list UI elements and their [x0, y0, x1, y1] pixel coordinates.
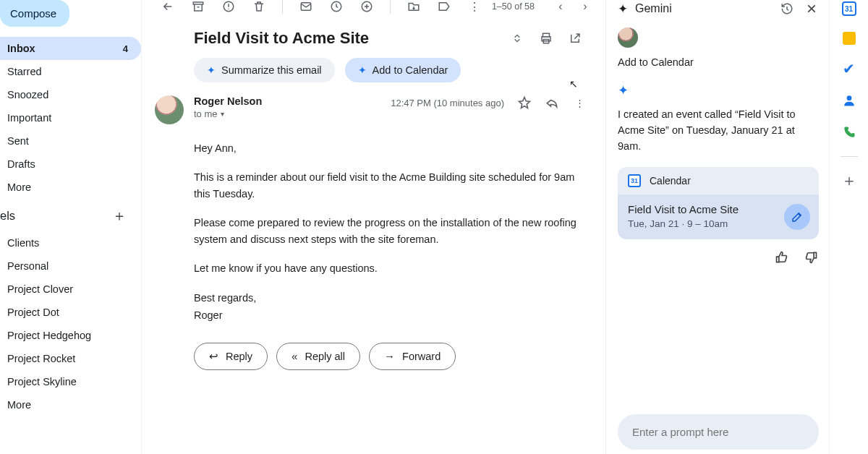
forward-arrow-icon: →	[384, 350, 395, 362]
archive-icon[interactable]	[191, 0, 205, 14]
reply-label: Reply	[226, 351, 252, 362]
nav-inbox[interactable]: Inbox 4	[0, 37, 141, 60]
calendar-event-title: Field Visit to Acme Site	[628, 203, 809, 215]
compose-label: Compose	[10, 7, 56, 20]
rail-addons-icon[interactable]: ＋	[841, 173, 857, 189]
calendar-mini-icon: 31	[628, 174, 641, 187]
nav-snoozed[interactable]: Snoozed	[0, 83, 141, 106]
message-timestamp: 12:47 PM (10 minutes ago)	[391, 98, 504, 108]
label-clients[interactable]: Clients	[0, 231, 141, 254]
reply-button[interactable]: ↩ Reply	[194, 343, 268, 370]
nav-starred[interactable]: Starred	[0, 60, 141, 83]
rail-keep-icon[interactable]	[843, 32, 856, 45]
prev-page-icon[interactable]: ‹	[553, 0, 568, 14]
right-app-rail: 31 ✔ ＋	[829, 0, 868, 454]
pagination-range: 1–50 of 58	[492, 1, 535, 12]
open-new-window-icon[interactable]	[568, 31, 582, 46]
label-project-rocket[interactable]: Project Rocket	[0, 347, 141, 370]
nav-drafts[interactable]: Drafts	[0, 153, 141, 176]
gemini-response-icon: ✦	[618, 82, 819, 98]
email-pane: ⋮ 1–50 of 58 ‹ › Field Visit to Acme Sit…	[141, 0, 605, 454]
recipient-dropdown-icon[interactable]: ▾	[221, 110, 224, 118]
label-clients-text: Clients	[7, 237, 39, 249]
calendar-edit-button[interactable]	[784, 204, 810, 230]
thumbs-up-icon[interactable]	[774, 249, 790, 265]
reply-all-label: Reply all	[305, 351, 345, 362]
label-personal[interactable]: Personal	[0, 254, 141, 278]
nav-more[interactable]: More	[0, 176, 141, 199]
label-more[interactable]: More	[0, 393, 141, 416]
labels-header-text: els	[0, 209, 15, 223]
expand-collapse-icon[interactable]	[510, 31, 524, 46]
gemini-user-avatar	[618, 27, 638, 48]
add-task-icon[interactable]	[359, 0, 374, 14]
thumbs-down-icon[interactable]	[803, 249, 819, 265]
left-sidebar: Compose Inbox 4 Starred Snoozed Importan…	[0, 0, 141, 454]
label-project-hedgehog-text: Project Hedgehog	[7, 330, 91, 341]
svg-point-8	[846, 95, 851, 100]
nav-drafts-label: Drafts	[7, 158, 35, 170]
more-icon[interactable]: ⋮	[467, 0, 482, 14]
gemini-user-prompt: Add to Calendar	[618, 56, 819, 68]
reply-all-arrow-icon: «	[292, 350, 297, 362]
gemini-close-icon[interactable]	[804, 1, 819, 16]
labels-list: Clients Personal Project Clover Project …	[0, 231, 141, 416]
svg-rect-0	[193, 2, 203, 4]
gemini-sparkle-icon: ✦	[618, 1, 628, 17]
body-p3: Please come prepared to review the progr…	[194, 215, 576, 247]
back-icon[interactable]	[161, 0, 175, 14]
gemini-prompt-input[interactable]	[618, 414, 819, 450]
nav-sent[interactable]: Sent	[0, 129, 141, 153]
nav-snoozed-label: Snoozed	[7, 89, 48, 100]
add-to-calendar-chip[interactable]: ✦ Add to Calendar	[345, 58, 461, 82]
label-personal-text: Personal	[7, 260, 48, 272]
label-project-rocket-text: Project Rocket	[7, 353, 75, 364]
delete-icon[interactable]	[252, 0, 266, 14]
next-page-icon[interactable]: ›	[578, 0, 592, 14]
snooze-icon[interactable]	[329, 0, 344, 14]
reply-all-button[interactable]: « Reply all	[276, 343, 360, 370]
mark-unread-icon[interactable]	[299, 0, 313, 14]
gemini-response-text: I created an event called “Field Visit t…	[618, 107, 819, 154]
sender-avatar[interactable]	[155, 95, 184, 124]
sender-name[interactable]: Roger Nelson	[194, 95, 380, 107]
message-more-icon[interactable]: ⋮	[572, 95, 587, 110]
rail-calendar-icon[interactable]: 31	[842, 1, 856, 16]
star-icon[interactable]	[517, 95, 532, 110]
labels-icon[interactable]	[437, 0, 451, 14]
label-project-skyline[interactable]: Project Skyline	[0, 370, 141, 393]
forward-button[interactable]: → Forward	[369, 343, 456, 370]
rail-contacts-icon[interactable]	[841, 93, 857, 108]
label-project-skyline-text: Project Skyline	[7, 376, 77, 387]
rail-voice-icon[interactable]	[841, 124, 857, 140]
sparkle-icon: ✦	[358, 64, 367, 76]
forward-label: Forward	[402, 351, 441, 362]
labels-header: els ＋	[0, 199, 141, 231]
email-toolbar: ⋮ 1–50 of 58 ‹ ›	[142, 0, 605, 13]
reply-arrow-icon: ↩	[209, 350, 218, 363]
rail-divider	[841, 156, 858, 157]
reply-icon[interactable]	[545, 95, 559, 110]
summarize-chip[interactable]: ✦ Summarize this email	[194, 58, 335, 82]
gemini-history-icon[interactable]	[780, 1, 794, 16]
label-project-hedgehog[interactable]: Project Hedgehog	[0, 324, 141, 347]
body-p6: Roger	[194, 307, 576, 323]
body-p4: Let me know if you have any questions.	[194, 260, 576, 276]
label-project-clover[interactable]: Project Clover	[0, 278, 141, 301]
spam-icon[interactable]	[221, 0, 236, 14]
rail-tasks-icon[interactable]: ✔	[841, 61, 857, 77]
sparkle-icon: ✦	[207, 64, 216, 76]
print-icon[interactable]	[539, 31, 553, 46]
recipient-line[interactable]: to me ▾	[194, 108, 380, 119]
label-project-dot[interactable]: Project Dot	[0, 301, 141, 324]
nav-important[interactable]: Important	[0, 106, 141, 129]
calendar-label: Calendar	[650, 175, 691, 187]
recipient-text: to me	[194, 108, 218, 119]
add-label-icon[interactable]: ＋	[112, 206, 131, 226]
nav-starred-label: Starred	[7, 66, 42, 77]
body-p1: Hey Ann,	[194, 140, 576, 156]
label-project-clover-text: Project Clover	[7, 283, 73, 295]
compose-button[interactable]: Compose	[0, 0, 69, 27]
move-icon[interactable]	[407, 0, 421, 14]
gemini-panel: ✦ Gemini Add to Calendar ✦ I created an …	[605, 0, 829, 454]
